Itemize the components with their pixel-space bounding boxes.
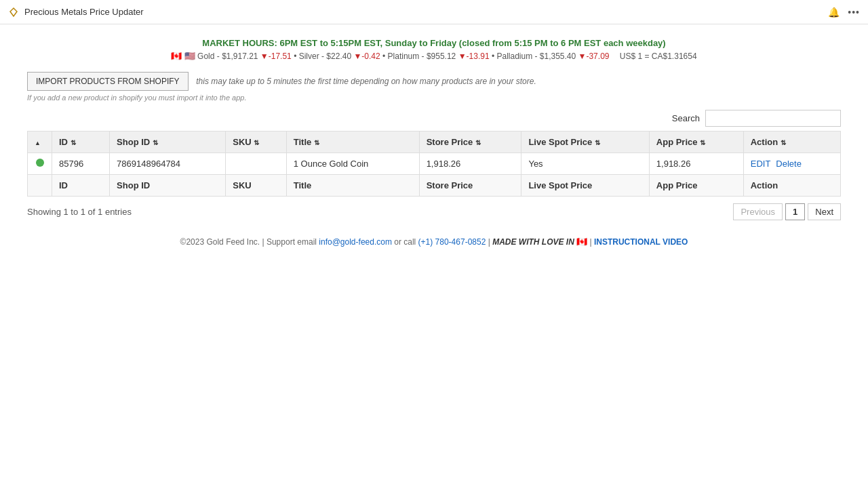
showing-text: Showing 1 to 1 of 1 entries	[27, 207, 132, 217]
app-icon	[8, 7, 19, 18]
separator: |	[486, 237, 492, 247]
market-hours-text: MARKET HOURS: 6PM EST to 5:15PM EST, Sun…	[27, 38, 841, 48]
import-products-button[interactable]: IMPORT PRODUCTS FROM SHOPIFY	[27, 72, 189, 91]
title-bar-left: Precious Metals Price Updater	[8, 7, 144, 18]
copyright-text: ©2023 Gold Feed Inc. | Support email	[180, 237, 319, 247]
status-cell	[28, 153, 52, 175]
sort-id-icon	[71, 137, 76, 147]
market-banner: MARKET HOURS: 6PM EST to 5:15PM EST, Sun…	[27, 38, 841, 61]
instructional-video-link[interactable]: INSTRUCTIONAL VIDEO	[594, 237, 688, 247]
footer-col-id: ID	[52, 175, 110, 197]
cell-shopId: 7869148964784	[110, 153, 226, 175]
gold-price: Gold - $1,917.21 ▼-17.51	[197, 52, 294, 61]
table-row: 8579678691489647841 Ounce Gold Coin1,918…	[28, 153, 841, 175]
or-call-text: or call	[392, 237, 418, 247]
pagination-controls: Previous 1 Next	[733, 203, 841, 220]
cell-id: 85796	[52, 153, 110, 175]
sort-title-icon	[314, 137, 319, 147]
more-options-icon[interactable]: •••	[848, 7, 860, 18]
table-footer-header-row: ID Shop ID SKU Title Store Price Live Sp…	[28, 175, 841, 197]
sort-app-price-icon	[700, 137, 705, 147]
page-1-button[interactable]: 1	[785, 203, 805, 220]
sort-store-price-icon	[475, 137, 481, 147]
delete-link[interactable]: Delete	[776, 159, 802, 169]
col-header-shop-id[interactable]: Shop ID	[110, 131, 226, 153]
previous-button[interactable]: Previous	[733, 203, 783, 220]
usa-flag-icon: 🇺🇸	[184, 51, 195, 61]
title-bar-right: 🔔 •••	[828, 7, 860, 18]
col-header-id[interactable]: ID	[52, 131, 110, 153]
notification-icon[interactable]: 🔔	[828, 7, 840, 18]
import-area: IMPORT PRODUCTS FROM SHOPIFY this may ta…	[27, 72, 841, 102]
search-row: Search	[27, 110, 841, 127]
silver-price: Silver - $22.40 ▼-0.42	[299, 52, 382, 61]
search-label: Search	[672, 113, 700, 123]
footer-col-live-spot: Live Spot Price	[521, 175, 649, 197]
sort-shopid-icon	[153, 137, 158, 147]
col-header-store-price[interactable]: Store Price	[419, 131, 521, 153]
cell-appPrice: 1,918.26	[649, 153, 743, 175]
phone-link[interactable]: (+1) 780-467-0852	[418, 237, 486, 247]
cell-sku	[226, 153, 286, 175]
active-status-dot	[36, 159, 44, 167]
gold-change: ▼-17.51	[260, 52, 292, 61]
title-bar: Precious Metals Price Updater 🔔 •••	[0, 0, 868, 24]
footer-col-title: Title	[286, 175, 419, 197]
sort-status-icon	[35, 137, 41, 147]
cell-storePrice: 1,918.26	[419, 153, 521, 175]
col-header-status[interactable]	[28, 131, 52, 153]
col-header-live-spot-price[interactable]: Live Spot Price	[521, 131, 649, 153]
support-email-link[interactable]: info@gold-feed.com	[319, 237, 392, 247]
col-header-action[interactable]: Action	[743, 131, 840, 153]
edit-link[interactable]: EDIT	[751, 159, 771, 169]
platinum-change: ▼-13.91	[458, 52, 490, 61]
sort-live-spot-icon	[595, 137, 600, 147]
col-header-app-price[interactable]: App Price	[649, 131, 743, 153]
exchange-rate: US$ 1 = CA$1.31654	[620, 52, 697, 61]
footer-col-app-price: App Price	[649, 175, 743, 197]
sort-sku-icon	[254, 137, 259, 147]
import-subtext: If you add a new product in shopify you …	[27, 94, 841, 102]
canada-flag-icon: 🇨🇦	[171, 51, 182, 61]
market-prices: 🇨🇦 🇺🇸 Gold - $1,917.21 ▼-17.51 • Silver …	[27, 51, 841, 61]
silver-change: ▼-0.42	[353, 52, 380, 61]
svg-marker-0	[10, 8, 17, 16]
palladium-price: Palladium - $1,355.40 ▼-37.09	[496, 52, 611, 61]
action-cell: EDITDelete	[743, 153, 840, 175]
palladium-change: ▼-37.09	[578, 52, 610, 61]
pagination-row: Showing 1 to 1 of 1 entries Previous 1 N…	[27, 203, 841, 220]
next-button[interactable]: Next	[808, 203, 841, 220]
footer-col-store-price: Store Price	[419, 175, 521, 197]
made-with-text: MADE WITH LOVE IN	[492, 237, 574, 247]
col-header-title[interactable]: Title	[286, 131, 419, 153]
import-note: this may take up to 5 minutes the first …	[196, 77, 536, 86]
footer-col-sku: SKU	[226, 175, 286, 197]
products-table: ID Shop ID SKU Title Store Price Live Sp…	[27, 131, 841, 197]
col-header-sku[interactable]: SKU	[226, 131, 286, 153]
table-header-row: ID Shop ID SKU Title Store Price Live Sp…	[28, 131, 841, 153]
footer-col-shop-id: Shop ID	[110, 175, 226, 197]
platinum-price: Platinum - $955.12 ▼-13.91	[388, 52, 492, 61]
cell-title: 1 Ounce Gold Coin	[286, 153, 419, 175]
app-title: Precious Metals Price Updater	[24, 7, 144, 17]
search-input[interactable]	[705, 110, 841, 127]
canada-flag-footer-icon: 🇨🇦	[576, 237, 587, 247]
footer-col-status	[28, 175, 52, 197]
sort-action-icon	[781, 137, 786, 147]
main-content: MARKET HOURS: 6PM EST to 5:15PM EST, Sun…	[0, 24, 868, 488]
footer-col-action: Action	[743, 175, 840, 197]
cell-liveSpotPrice: Yes	[521, 153, 649, 175]
footer: ©2023 Gold Feed Inc. | Support email inf…	[27, 237, 841, 247]
